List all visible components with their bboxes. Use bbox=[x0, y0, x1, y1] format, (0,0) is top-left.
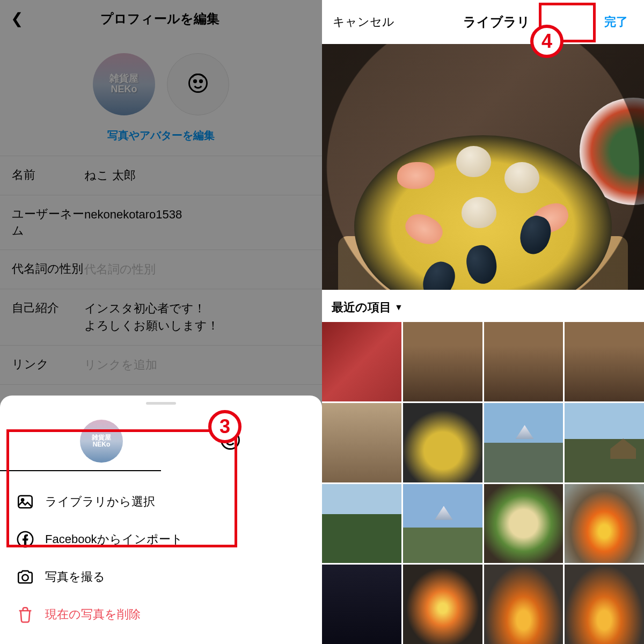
edit-profile-screen: ❮ プロフィールを編集 雑貨屋 NEKo 写真やアバターを編集 名前 ねこ 太郎… bbox=[0, 0, 322, 644]
form-rows: 名前 ねこ 太郎 ユーザーネーム nekonekotaro1538 代名詞の性別… bbox=[0, 156, 322, 385]
thumb-10[interactable] bbox=[403, 484, 482, 564]
field-bio[interactable]: 自己紹介 インスタ初心者です！ よろしくお願いします！ bbox=[0, 289, 322, 346]
profile-avatar[interactable]: 雑貨屋 NEKo bbox=[93, 53, 155, 115]
sheet-options: ライブラリから選択 Facebookからインポート 写真を撮る bbox=[0, 471, 322, 633]
field-link[interactable]: リンク リンクを追加 bbox=[0, 346, 322, 385]
field-name[interactable]: 名前 ねこ 太郎 bbox=[0, 156, 322, 195]
photo-options-sheet: 雑貨屋 NEKo ライブラリから選択 bbox=[0, 396, 322, 644]
thumb-13[interactable] bbox=[322, 565, 401, 644]
avatar-placeholder[interactable] bbox=[167, 53, 229, 115]
thumb-12[interactable] bbox=[565, 484, 644, 564]
sheet-tabs: 雑貨屋 NEKo bbox=[0, 411, 322, 463]
thumb-1[interactable] bbox=[322, 322, 401, 401]
option-delete[interactable]: 現在の写真を削除 bbox=[14, 596, 308, 633]
option-camera-label: 写真を撮る bbox=[45, 569, 105, 585]
right-header: キャンセル ライブラリ 完了 bbox=[322, 0, 644, 44]
option-library-label: ライブラリから選択 bbox=[45, 494, 155, 510]
avatar-text-2: NEKo bbox=[111, 84, 137, 95]
circular-crop-mask bbox=[322, 44, 644, 290]
chevron-down-icon: ▼ bbox=[394, 303, 403, 312]
svg-point-4 bbox=[226, 437, 228, 439]
svg-point-2 bbox=[200, 80, 202, 82]
link-label: リンク bbox=[12, 356, 84, 373]
image-icon bbox=[16, 493, 34, 511]
library-title: ライブラリ bbox=[463, 13, 530, 31]
bio-label: 自己紹介 bbox=[12, 300, 84, 317]
sheet-tab-avatar-icon[interactable] bbox=[218, 428, 242, 454]
thumb-11[interactable] bbox=[484, 484, 564, 564]
facebook-icon bbox=[16, 530, 34, 548]
avatar-face-icon bbox=[186, 71, 210, 97]
thumb-9[interactable] bbox=[322, 484, 401, 564]
thumb-5[interactable] bbox=[322, 403, 401, 482]
thumb-16[interactable] bbox=[565, 565, 644, 644]
left-header: ❮ プロフィールを編集 bbox=[0, 0, 322, 37]
bio-value: インスタ初心者です！ よろしくお願いします！ bbox=[84, 300, 310, 334]
sheet-drag-handle[interactable] bbox=[146, 402, 176, 405]
library-picker-screen: キャンセル ライブラリ 完了 最近の項目 ▼ bbox=[322, 0, 644, 644]
svg-point-1 bbox=[194, 80, 196, 82]
thumb-4[interactable] bbox=[565, 322, 644, 401]
option-library[interactable]: ライブラリから選択 bbox=[14, 483, 308, 521]
svg-point-5 bbox=[232, 437, 234, 439]
photo-grid bbox=[322, 322, 644, 644]
pronoun-placeholder: 代名詞の性別 bbox=[84, 261, 310, 278]
sheet-tab-profile[interactable]: 雑貨屋 NEKo bbox=[80, 420, 123, 463]
pronoun-label: 代名詞の性別 bbox=[12, 261, 84, 277]
album-selector[interactable]: 最近の項目 ▼ bbox=[322, 290, 644, 322]
name-value: ねこ 太郎 bbox=[84, 167, 310, 184]
thumb-3[interactable] bbox=[484, 322, 564, 401]
thumb-6[interactable] bbox=[403, 403, 482, 482]
option-facebook-label: Facebookからインポート bbox=[45, 531, 183, 547]
page-title: プロフィールを編集 bbox=[8, 10, 311, 27]
trash-icon bbox=[16, 605, 34, 624]
name-label: 名前 bbox=[12, 167, 84, 184]
thumb-7[interactable] bbox=[484, 403, 564, 482]
svg-point-9 bbox=[22, 575, 28, 581]
camera-icon bbox=[16, 568, 34, 586]
photo-preview-crop[interactable] bbox=[322, 44, 644, 290]
option-facebook[interactable]: Facebookからインポート bbox=[14, 521, 308, 558]
cancel-button[interactable]: キャンセル bbox=[333, 14, 394, 30]
avatar-text-1: 雑貨屋 bbox=[109, 74, 138, 84]
svg-point-7 bbox=[21, 499, 24, 501]
album-name: 最近の項目 bbox=[332, 299, 391, 316]
option-delete-label: 現在の写真を削除 bbox=[45, 606, 141, 623]
done-button[interactable]: 完了 bbox=[599, 11, 633, 33]
thumb-2[interactable] bbox=[403, 322, 482, 401]
thumb-15[interactable] bbox=[484, 565, 564, 644]
svg-rect-6 bbox=[18, 496, 32, 508]
field-username[interactable]: ユーザーネーム nekonekotaro1538 bbox=[0, 195, 322, 251]
username-label: ユーザーネーム bbox=[12, 206, 84, 239]
edit-photo-link[interactable]: 写真やアバターを編集 bbox=[0, 124, 322, 156]
username-value: nekonekotaro1538 bbox=[84, 206, 310, 223]
thumb-8[interactable] bbox=[565, 403, 644, 482]
avatar-section: 雑貨屋 NEKo bbox=[0, 37, 322, 124]
option-camera[interactable]: 写真を撮る bbox=[14, 558, 308, 596]
field-pronoun[interactable]: 代名詞の性別 代名詞の性別 bbox=[0, 250, 322, 289]
link-placeholder: リンクを追加 bbox=[84, 356, 310, 374]
thumb-14[interactable] bbox=[403, 565, 482, 644]
